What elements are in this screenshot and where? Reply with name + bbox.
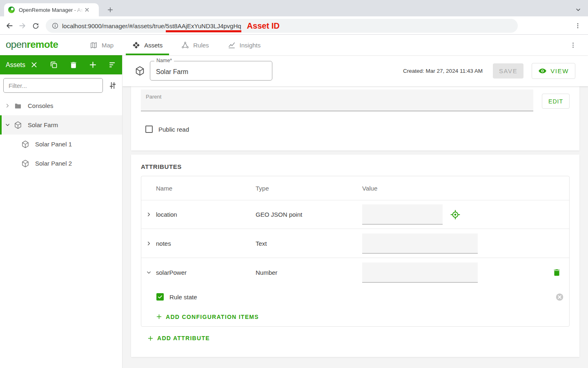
cube-icon <box>135 66 145 76</box>
remove-config-item-icon[interactable] <box>555 292 564 302</box>
tree-item-solar-panel-2[interactable]: Solar Panel 2 <box>0 154 122 173</box>
add-configuration-items-button[interactable]: ADD CONFIGURATION ITEMS <box>156 314 259 320</box>
column-header-type: Type <box>256 185 362 192</box>
nav-item-insights[interactable]: Insights <box>221 35 267 55</box>
browser-toolbar: localhost:9000/manager/#/assets/true/5st… <box>0 16 588 35</box>
delete-asset-icon[interactable] <box>69 60 78 70</box>
tree-item-label: Solar Farm <box>28 121 58 128</box>
location-value-input[interactable] <box>362 204 443 224</box>
attributes-card: ATTRIBUTES Name Type Value location <box>131 155 579 357</box>
main-nav: Map Assets Rules Insights <box>83 35 267 55</box>
url-text: localhost:9000/manager/#/assets/true/5st… <box>62 22 241 29</box>
attribute-row-solarpower: solarPower Number <box>141 258 569 287</box>
chevron-right-icon[interactable] <box>146 240 152 247</box>
config-item-rule-state[interactable]: Rule state <box>141 287 569 307</box>
duplicate-asset-icon[interactable] <box>49 60 59 70</box>
asset-id-annotation: Asset ID <box>247 21 280 31</box>
chevron-down-icon[interactable] <box>146 269 152 276</box>
attribute-row-notes: notes Text <box>141 229 569 258</box>
save-button[interactable]: SAVE <box>493 63 523 79</box>
column-header-value: Value <box>362 185 569 192</box>
attribute-type: Text <box>256 240 362 247</box>
delete-attribute-icon[interactable] <box>551 267 562 278</box>
plus-icon <box>147 335 154 341</box>
column-header-name: Name <box>156 185 256 192</box>
browser-tab[interactable]: OpenRemote Manager - Assets <box>4 3 99 16</box>
created-timestamp: Created: Mar 27, 2024 11:43 AM <box>403 68 483 74</box>
solarpower-value-input[interactable] <box>362 263 478 283</box>
folder-icon <box>14 102 22 110</box>
attribute-value-cell <box>362 204 569 224</box>
nav-label-insights: Insights <box>240 42 261 49</box>
parent-field[interactable]: Parent <box>141 90 533 111</box>
attribute-name: notes <box>156 240 256 247</box>
nav-label-map: Map <box>102 42 114 49</box>
nav-item-map[interactable]: Map <box>83 35 120 55</box>
attributes-title: ATTRIBUTES <box>141 163 570 170</box>
back-icon[interactable] <box>3 20 16 32</box>
filter-row <box>0 74 122 93</box>
attribute-value-cell <box>362 263 569 283</box>
add-attribute-label: ADD ATTRIBUTE <box>157 335 210 341</box>
insights-icon <box>228 41 236 49</box>
tree-item-solar-panel-1[interactable]: Solar Panel 1 <box>0 135 122 154</box>
attribute-name: location <box>156 211 256 218</box>
public-read-checkbox[interactable] <box>145 126 153 133</box>
new-tab-button[interactable] <box>105 4 116 16</box>
tree-item-label: Consoles <box>28 102 53 109</box>
notes-value-input[interactable] <box>362 233 478 254</box>
crosshairs-gps-icon[interactable] <box>450 209 461 220</box>
asset-info-card: Parent EDIT Public read <box>131 86 579 150</box>
chevron-down-icon[interactable] <box>3 122 11 128</box>
tree-item-label: Solar Panel 1 <box>35 141 72 148</box>
sidebar-title: Assets <box>6 61 25 69</box>
attributes-table-header: Name Type Value <box>141 176 569 200</box>
reload-icon[interactable] <box>29 20 42 32</box>
cube-icon <box>21 140 29 148</box>
page-info-icon[interactable] <box>51 22 59 29</box>
asset-name-field: Name* <box>150 61 272 81</box>
nav-label-assets: Assets <box>144 42 163 49</box>
eye-icon <box>538 67 547 75</box>
nav-item-rules[interactable]: Rules <box>175 35 215 55</box>
tree-item-solar-farm[interactable]: Solar Farm <box>0 115 122 135</box>
logo-remote-text: remote <box>27 39 58 50</box>
forward-icon[interactable] <box>16 20 29 32</box>
sidebar-header: Assets <box>0 55 122 74</box>
clear-selection-icon[interactable] <box>29 60 39 70</box>
attributes-table: Name Type Value location GEO JSON point <box>141 176 570 327</box>
chevron-right-icon[interactable] <box>146 211 152 218</box>
assets-sidebar: Assets <box>0 55 122 368</box>
tab-close-icon[interactable] <box>83 6 91 13</box>
app-menu-icon[interactable] <box>567 39 579 51</box>
tree-item-consoles[interactable]: Consoles <box>0 96 122 115</box>
cube-icon <box>21 159 29 168</box>
sort-assets-icon[interactable] <box>107 60 117 70</box>
tab-search-chevron-icon[interactable] <box>572 4 584 16</box>
openremote-favicon-icon <box>8 7 15 13</box>
rule-state-label: Rule state <box>169 294 197 301</box>
edit-parent-button[interactable]: EDIT <box>542 94 570 109</box>
chevron-right-icon[interactable] <box>3 103 11 109</box>
address-bar[interactable]: localhost:9000/manager/#/assets/true/5st… <box>46 19 518 33</box>
add-attribute-button[interactable]: ADD ATTRIBUTE <box>147 335 210 341</box>
openremote-logo: openremote <box>6 39 58 50</box>
url-prefix: localhost:9000/manager/#/assets/true/ <box>62 22 166 29</box>
filter-settings-icon[interactable] <box>107 79 119 92</box>
asset-name-input[interactable] <box>150 61 272 80</box>
add-asset-icon[interactable] <box>88 60 98 70</box>
url-asset-id: 5st8AAjExYuND3LJ4pvgHq <box>166 22 241 32</box>
attribute-value-cell <box>362 233 569 254</box>
view-button[interactable]: VIEW <box>532 63 575 79</box>
filter-input[interactable] <box>3 78 103 93</box>
public-read-row[interactable]: Public read <box>145 126 570 133</box>
browser-menu-icon[interactable] <box>572 20 584 32</box>
add-configuration-items-label: ADD CONFIGURATION ITEMS <box>166 314 259 320</box>
plus-icon <box>156 314 162 320</box>
rule-state-checkbox[interactable] <box>156 293 164 301</box>
attribute-row-location: location GEO JSON point <box>141 200 569 229</box>
nav-label-rules: Rules <box>193 42 209 49</box>
asset-tree: Consoles Solar Farm Solar Panel 1 <box>0 96 122 173</box>
browser-tab-strip: OpenRemote Manager - Assets <box>0 0 588 16</box>
nav-item-assets[interactable]: Assets <box>126 35 169 55</box>
